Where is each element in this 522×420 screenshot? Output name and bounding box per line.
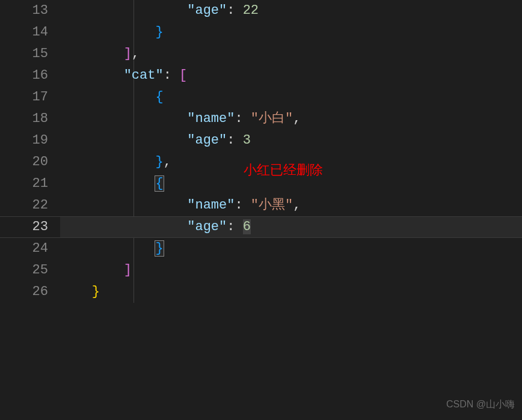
token: [	[179, 68, 187, 83]
code-line[interactable]: "cat": [	[60, 65, 522, 87]
code-line[interactable]: ],	[60, 43, 522, 65]
code-line[interactable]: ]	[60, 260, 522, 281]
token: "小白"	[251, 111, 293, 126]
line-number: 22	[0, 195, 48, 216]
token: }	[155, 240, 164, 257]
token: "age"	[187, 133, 227, 148]
token: }	[92, 284, 100, 299]
token: "name"	[187, 198, 235, 213]
code-line[interactable]: "age": 6	[60, 216, 522, 238]
line-number: 16	[0, 65, 48, 87]
code-line[interactable]: }	[60, 238, 522, 260]
line-number: 17	[0, 87, 48, 108]
line-number: 23	[0, 216, 48, 238]
code-line[interactable]: }	[60, 22, 522, 43]
token: "age"	[187, 3, 227, 18]
token: ]	[124, 263, 132, 278]
token: {	[155, 175, 164, 192]
code-line[interactable]: "name": "小白",	[60, 108, 522, 130]
token: :	[227, 3, 242, 18]
code-line[interactable]: "name": "小黑",	[60, 195, 522, 216]
line-number: 14	[0, 22, 48, 43]
token: "name"	[187, 111, 235, 126]
line-number-gutter: 1314151617181920212223242526	[0, 0, 60, 420]
code-line[interactable]: "age": 3	[60, 130, 522, 151]
token: :	[235, 111, 250, 126]
token: ,	[164, 154, 171, 169]
line-number: 19	[0, 130, 48, 151]
line-number: 18	[0, 108, 48, 130]
deletion-annotation: 小红已经删除	[244, 159, 323, 181]
token: :	[164, 68, 179, 83]
code-line[interactable]: "age": 22	[60, 0, 522, 22]
token: 3	[243, 133, 251, 148]
token: ,	[293, 111, 301, 126]
line-number: 15	[0, 43, 48, 65]
token: 22	[243, 3, 259, 18]
line-number: 24	[0, 238, 48, 260]
token: }	[155, 25, 163, 40]
line-number: 13	[0, 0, 48, 22]
token: ]	[124, 46, 132, 61]
line-number: 25	[0, 260, 48, 281]
line-number: 21	[0, 173, 48, 195]
token: }	[155, 154, 163, 169]
line-number: 20	[0, 151, 48, 173]
token: ,	[293, 198, 301, 213]
token: {	[155, 90, 163, 105]
token: "cat"	[124, 68, 164, 83]
token: :	[227, 133, 242, 148]
code-editor[interactable]: 1314151617181920212223242526 "age": 22 }…	[0, 0, 522, 420]
line-number: 26	[0, 281, 48, 303]
token: :	[235, 198, 250, 213]
token: :	[227, 219, 242, 234]
code-content[interactable]: "age": 22 } ], "cat": [ { "name": "小白", …	[60, 0, 522, 420]
token: ,	[132, 46, 140, 61]
watermark: CSDN @山小嗨	[446, 394, 515, 415]
code-line[interactable]: {	[60, 87, 522, 108]
token: 6	[243, 219, 251, 234]
token: "小黑"	[251, 198, 293, 213]
code-line[interactable]: }	[60, 281, 522, 303]
token: "age"	[187, 219, 227, 234]
